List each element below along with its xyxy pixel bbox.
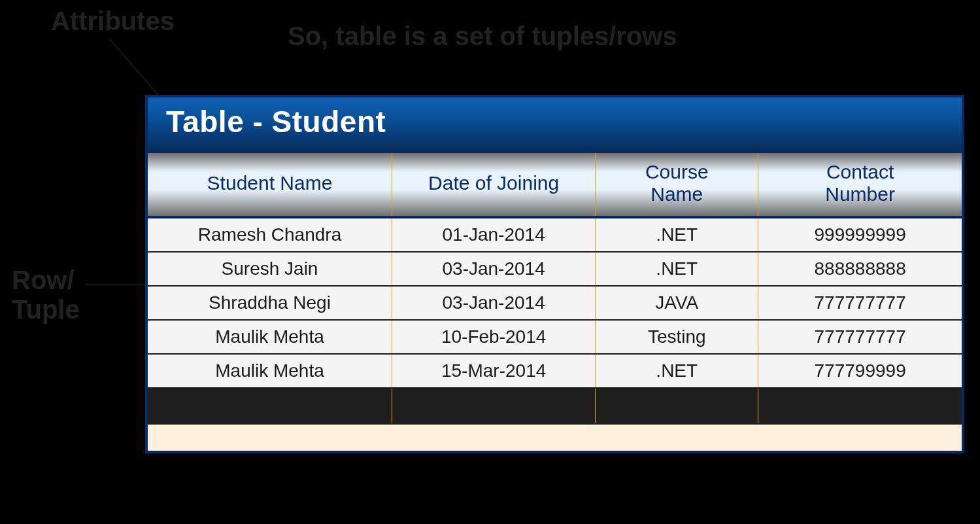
table-row: Maulik Mehta 10-Feb-2014 Testing 7777777… — [148, 320, 962, 354]
table-row: Suresh Jain 03-Jan-2014 .NET 888888888 — [148, 252, 962, 286]
cell-doj: 10-Feb-2014 — [392, 320, 596, 354]
row-tuple-callout-label: Row/ Tuple — [12, 266, 80, 324]
empty-cell — [148, 388, 392, 423]
cell-name: Shraddha Negi — [148, 286, 392, 320]
table-row: Maulik Mehta 15-Mar-2014 .NET 777799999 — [148, 354, 962, 388]
table-row: Ramesh Chandra 01-Jan-2014 .NET 99999999… — [148, 217, 962, 252]
cell-doj: 15-Mar-2014 — [392, 354, 596, 388]
col-header-date-of-joining: Date of Joining — [392, 153, 596, 217]
table-footer-strip — [148, 423, 962, 451]
cell-contact: 888888888 — [758, 252, 962, 286]
row-tuple-line1: Row/ — [12, 266, 75, 294]
cell-name: Suresh Jain — [148, 252, 392, 286]
cell-doj: 01-Jan-2014 — [392, 217, 596, 252]
cell-course: .NET — [596, 252, 758, 286]
col-header-student-name: Student Name — [148, 153, 392, 217]
cell-name: Ramesh Chandra — [148, 217, 392, 252]
empty-cell — [392, 388, 596, 423]
cell-course: .NET — [596, 217, 758, 252]
cell-contact: 999999999 — [758, 217, 962, 252]
cell-doj: 03-Jan-2014 — [392, 252, 596, 286]
empty-cell — [758, 388, 962, 423]
col-header-contact-number: Contact Number — [758, 153, 962, 217]
cell-contact: 777799999 — [758, 354, 962, 388]
cell-name: Maulik Mehta — [148, 320, 392, 354]
cell-course: Testing — [596, 320, 758, 354]
empty-cell — [596, 388, 758, 423]
table-header-row: Student Name Date of Joining Course Name… — [148, 153, 962, 217]
table-title: Table - Student — [148, 97, 962, 153]
col-header-contact-number-text: Contact Number — [825, 161, 895, 205]
col-header-course-name-text: Course Name — [645, 161, 709, 205]
cell-course: .NET — [596, 354, 758, 388]
cell-contact: 777777777 — [758, 320, 962, 354]
caption-text: So, table is a set of tuples/rows — [288, 22, 677, 51]
col-header-course-name: Course Name — [596, 153, 758, 217]
cell-contact: 777777777 — [758, 286, 962, 320]
table-row: Shraddha Negi 03-Jan-2014 JAVA 777777777 — [148, 286, 962, 320]
table-empty-row — [148, 388, 962, 423]
row-tuple-line2: Tuple — [12, 295, 80, 324]
cell-name: Maulik Mehta — [148, 354, 392, 388]
attributes-callout-label: Attributes — [51, 7, 175, 36]
cell-course: JAVA — [596, 286, 758, 320]
student-table-panel: Table - Student Student Name Date of Joi… — [145, 95, 964, 453]
cell-doj: 03-Jan-2014 — [392, 286, 596, 320]
student-table: Student Name Date of Joining Course Name… — [148, 153, 962, 423]
